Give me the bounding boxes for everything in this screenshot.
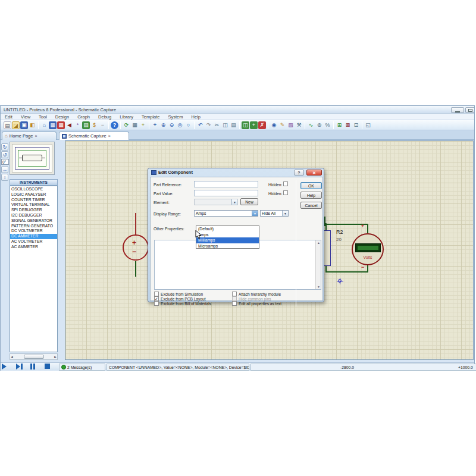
hidden-checkbox-1[interactable] [283, 181, 288, 186]
menu-debug[interactable]: Debug [94, 114, 115, 120]
list-item[interactable]: COUNTER TIMER [10, 198, 57, 203]
list-item[interactable]: DC VOLTMETER [10, 228, 57, 234]
pan-tool-icon[interactable]: + [151, 121, 159, 129]
scroll-up-icon[interactable]: ▲ [316, 241, 321, 245]
schematic-tab-close-icon[interactable]: × [108, 132, 111, 140]
resistor-ref-label[interactable]: R2 [336, 229, 343, 235]
edit-properties-text-checkbox[interactable] [232, 301, 237, 306]
dialog-close-icon[interactable]: ✕ [306, 170, 322, 176]
wire[interactable] [325, 225, 327, 230]
list-item[interactable]: LOGIC ANALYSER [10, 192, 57, 198]
hide-all-combobox[interactable]: Hide All ▼ [260, 210, 289, 217]
tab-schematic-capture[interactable]: Schematic Capture × [59, 131, 129, 140]
pick-parts-icon[interactable]: ◉ [270, 121, 278, 129]
wire-autorouter-icon[interactable]: ∿ [307, 121, 315, 129]
message-log-cell[interactable]: 2 Message(s) [59, 364, 105, 371]
hidden-checkbox-2[interactable] [283, 190, 288, 195]
rotation-angle-field[interactable]: 0° [1, 159, 9, 165]
part-reference-input[interactable] [194, 181, 258, 187]
block-copy-icon[interactable]: ◫ [242, 121, 249, 129]
list-item[interactable]: AC VOLTMETER [10, 239, 57, 245]
bill-of-materials-icon[interactable]: $ [90, 121, 98, 129]
run-simulation-button[interactable] [2, 364, 15, 371]
simulation-dashboard-icon[interactable]: − [99, 121, 107, 129]
textarea-scrollbar[interactable]: ▲ ▼ [315, 240, 321, 289]
pause-simulation-button[interactable] [30, 364, 43, 371]
step-simulation-button[interactable] [16, 364, 29, 371]
element-combobox[interactable]: ▼ [194, 199, 238, 205]
menu-system[interactable]: System [164, 114, 187, 120]
part-value-input[interactable] [194, 190, 258, 196]
instruments-hscrollbar[interactable]: ◄ ► [10, 353, 58, 360]
exclude-bom-checkbox[interactable] [154, 301, 159, 306]
list-item[interactable]: SIGNAL GENERATOR [10, 218, 57, 224]
zoom-to-sheet-icon[interactable]: ◱ [364, 121, 372, 129]
redo-icon[interactable]: ↷ [205, 121, 212, 129]
dropdown-option-highlighted[interactable]: Milliamps [196, 237, 259, 243]
rotate-anticlockwise-icon[interactable]: ↺ [1, 151, 8, 158]
import-project-icon[interactable]: ◧ [29, 121, 36, 129]
list-item[interactable]: OSCILLOSCOPE [10, 187, 57, 192]
menu-tool[interactable]: Tool [35, 114, 51, 120]
copy-icon[interactable]: ◫ [221, 121, 229, 129]
display-range-combobox[interactable]: Amps ▼ [194, 210, 258, 217]
zoom-out-icon[interactable]: ⊖ [168, 121, 176, 129]
menu-help[interactable]: Help [187, 114, 205, 120]
help-button[interactable]: Help [300, 192, 322, 199]
packaging-tool-icon[interactable]: ▧ [287, 121, 295, 129]
decompose-icon[interactable]: ⚒ [295, 121, 303, 129]
list-item[interactable]: SPI DEBUGGER [10, 208, 57, 213]
exclude-pcb-checkbox[interactable]: ✓ [154, 296, 159, 301]
pcb-layout-icon[interactable]: ▦ [57, 121, 65, 129]
dialog-help-icon[interactable]: ? [294, 170, 304, 176]
home-tab-close-icon[interactable]: × [35, 132, 37, 140]
mirror-vertical-icon[interactable]: ↕ [1, 174, 8, 181]
list-item[interactable]: VIRTUAL TERMINAL [10, 202, 57, 208]
goto-sheet-icon[interactable]: ⊡ [352, 121, 360, 129]
list-item[interactable]: I2C DEBUGGER [10, 213, 57, 218]
dropdown-option[interactable]: Microamps [196, 243, 259, 249]
redraw-icon[interactable]: ⟳ [123, 121, 130, 129]
paste-icon[interactable]: ▤ [230, 121, 237, 129]
list-item-selected[interactable]: DC AMMETER [10, 234, 57, 239]
undo-icon[interactable]: ↶ [196, 121, 204, 129]
3d-visualizer-icon[interactable]: ◀ [65, 121, 73, 129]
new-design-icon[interactable]: ▤ [4, 121, 11, 129]
dropdown-option[interactable]: Amps [196, 232, 259, 238]
mirror-horizontal-icon[interactable]: ↔ [1, 166, 8, 173]
origin-icon[interactable]: + [139, 121, 147, 129]
design-explorer-icon[interactable]: ▤ [82, 121, 90, 129]
menu-template[interactable]: Template [137, 114, 164, 120]
list-item[interactable]: AC AMMETER [10, 245, 57, 250]
menu-graph[interactable]: Graph [73, 114, 94, 120]
wire[interactable] [325, 271, 368, 273]
restore-button[interactable] [465, 107, 474, 113]
menu-library[interactable]: Library [115, 114, 137, 120]
help-icon[interactable]: ? [111, 121, 118, 129]
menu-design[interactable]: Design [51, 114, 73, 120]
search-tag-icon[interactable]: ⊚ [315, 121, 323, 129]
scroll-down-icon[interactable]: ▼ [316, 285, 321, 289]
ok-button[interactable]: OK [300, 182, 322, 189]
remove-sheet-icon[interactable]: ⊠ [344, 121, 352, 129]
project-notes-icon[interactable]: * [74, 121, 82, 129]
tab-home-page[interactable]: ⌂ Home Page × [2, 131, 57, 140]
zoom-area-icon[interactable]: ○ [184, 121, 192, 129]
menu-view[interactable]: View [17, 114, 35, 120]
cancel-button[interactable]: Cancel [300, 202, 322, 209]
new-element-button[interactable]: New [240, 198, 258, 205]
scroll-left-icon[interactable]: ◄ [10, 355, 14, 359]
scroll-right-icon[interactable]: ► [54, 355, 57, 359]
rotate-clockwise-icon[interactable]: ↻ [1, 143, 8, 151]
block-move-icon[interactable]: + [250, 121, 258, 129]
minimize-button[interactable] [451, 107, 464, 113]
schematic-capture-icon[interactable]: ▦ [49, 121, 57, 129]
dropdown-option[interactable]: (Default) [196, 226, 259, 232]
list-item[interactable]: PATTERN GENERATO [10, 224, 57, 229]
stop-simulation-button[interactable] [45, 364, 58, 371]
open-design-icon[interactable]: ◪ [12, 121, 20, 129]
wire[interactable] [367, 225, 368, 233]
title-bar[interactable]: UNTITLED - Proteus 8 Professional - Sche… [1, 106, 474, 114]
exclude-simulation-checkbox[interactable] [154, 292, 159, 296]
resistor-value-label[interactable]: 20 [336, 237, 342, 242]
